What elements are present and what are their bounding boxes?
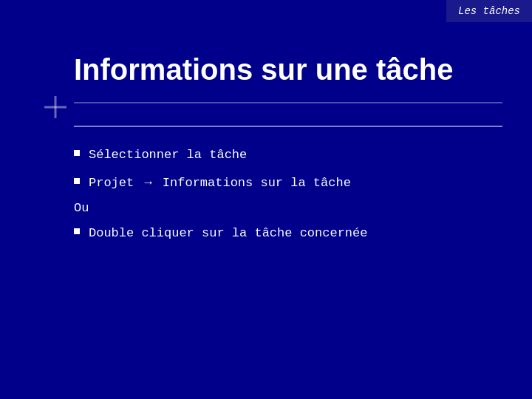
bullet-text-3: Double cliquer sur la tâche concernée	[89, 224, 367, 243]
cross-vertical	[55, 96, 57, 118]
top-header: Les tâches	[446, 0, 532, 22]
title-divider	[74, 126, 502, 127]
bullet-list: Sélectionner la tâche Projet → Informati…	[74, 146, 502, 192]
bullet-icon-3	[74, 228, 80, 234]
bullet-icon-2	[74, 178, 80, 184]
bullet-2-before-arrow: Projet	[89, 176, 134, 190]
list-item: Sélectionner la tâche	[74, 146, 502, 165]
arrow-icon: →	[144, 174, 151, 193]
bullet-2-after-arrow: Informations sur la tâche	[163, 176, 351, 190]
decorative-cross	[44, 96, 66, 118]
slide-title: Informations sur une tâche	[74, 52, 502, 87]
or-label: Ou	[74, 201, 502, 215]
main-content: Informations sur une tâche Sélectionner …	[74, 44, 502, 369]
bullet-text-1: Sélectionner la tâche	[89, 146, 247, 165]
list-item: Projet → Informations sur la tâche	[74, 174, 502, 193]
title-section: Informations sur une tâche	[74, 44, 502, 103]
slide-container: Les tâches Informations sur une tâche Sé…	[0, 0, 532, 399]
bullet-text-2: Projet → Informations sur la tâche	[89, 174, 351, 193]
header-title: Les tâches	[458, 5, 520, 17]
list-item: Double cliquer sur la tâche concernée	[74, 224, 502, 243]
bullet-list-2: Double cliquer sur la tâche concernée	[74, 224, 502, 243]
bullet-icon-1	[74, 150, 80, 156]
